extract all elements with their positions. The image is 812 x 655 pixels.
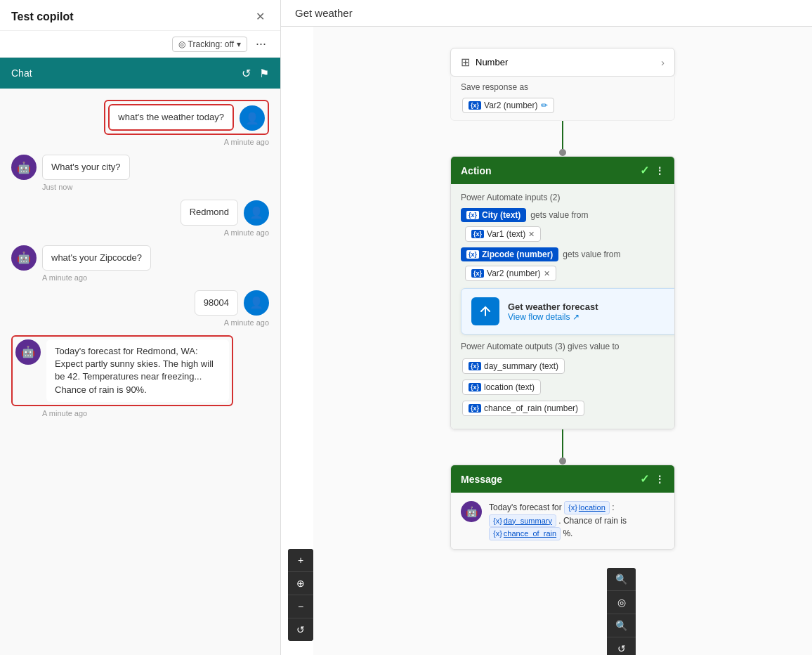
chevron-down-icon: ▾ [237,39,241,49]
flow-container: ⊞ Number › Save response as {x} Var2 (nu… [327,41,798,555]
var-brace-icon2: {x} [493,515,502,527]
chat-tab-actions: ↺ ⚑ [242,67,269,80]
flow-canvas: ⊞ Number › Save response as {x} Var2 (nu… [313,27,812,655]
day-summary-var-text: day_summary [504,515,552,527]
var-brace-icon3: {x} [493,528,502,540]
bot-avatar-4: 🤖 [11,245,37,271]
zipcode-label: {x} Zipcode (number) [461,247,558,261]
action-body: Power Automate inputs (2) {x} City (text… [451,184,674,429]
zoom-controls: + ⊕ − ↺ [288,549,313,641]
msg-line1-post: : [612,502,614,512]
var2-zip-tag[interactable]: {x} Var2 (number) ✕ [465,266,556,281]
rain-text: chance_of_rain (number) [484,403,578,413]
msg-text-2: What's your city? [51,162,121,172]
city-label: {x} City (text) [461,208,526,222]
connector-line-1 [562,121,563,149]
flow-action-title: Get weather forecast [508,301,598,312]
msg-content-3: 👤 Redmond [181,200,269,225]
user-avatar-3: 👤 [244,200,269,226]
tracking-label: Tracking: off [188,39,234,49]
chance-of-rain-var-text: chance_of_rain [504,528,556,540]
message-title: Message [461,474,502,485]
var1-close[interactable]: ✕ [528,230,535,239]
msg-text-3: Redmond [190,207,229,217]
msg-content-2: 🤖 What's your city? [11,155,130,180]
edit-icon[interactable]: ✏ [541,100,548,110]
msg-time-4: A minute ago [42,273,87,282]
var-icon-city: {x} [466,211,479,219]
message-check-icon: ✓ [640,472,649,486]
chance-of-rain-inline-var[interactable]: {x} chance_of_rain [489,527,561,540]
zoom-out-button[interactable]: − [288,595,313,618]
var2-zip-icon: {x} [471,269,484,278]
location-inline-var[interactable]: {x} location [564,501,610,514]
flow-action-info: Get weather forecast View flow details ↗ [508,301,598,322]
msg-bubble-2: What's your city? [42,155,130,180]
var2-tag[interactable]: {x} Var2 (number) ✏ [462,98,554,113]
ellipsis-icon[interactable]: ⋮ [655,165,664,176]
city-input-row: {x} City (text) gets value from [461,208,664,222]
msg-bubble-6: Today's forecast for Redmond, WA: Expect… [46,339,229,402]
rain-icon: {x} [469,404,481,413]
var1-tag[interactable]: {x} Var1 (text) ✕ [465,226,541,242]
zoom-in-btn[interactable]: 🔍 [607,568,636,591]
location-var-text: location [579,502,605,514]
action-node: Action ✓ ⋮ Power Automate inputs (2) {x} [450,156,675,429]
msg-time-1: A minute ago [224,138,269,146]
grid-icon: ⊞ [461,56,470,69]
message-4: 🤖 what's your Zipcocde? A minute ago [11,245,269,282]
save-response-label: Save response as [461,82,664,92]
refresh-icon[interactable]: ↺ [242,67,251,80]
left-header: Test copilot ✕ [0,0,280,31]
var2-close[interactable]: ✕ [544,269,550,278]
more-options-button[interactable]: ··· [253,35,269,53]
msg-bubble-1: what's the weather today? [108,104,234,131]
zoom-in-button[interactable]: + [288,549,313,572]
locate-button[interactable]: ⊕ [288,572,313,595]
output-row-3: {x} chance_of_rain (number) [461,399,664,417]
msg-time-3: A minute ago [224,228,269,237]
flow-action-icon [471,297,499,325]
save-response-section: Save response as {x} Var2 (number) ✏ [450,77,675,121]
message-ellipsis[interactable]: ⋮ [655,474,664,485]
right-header: Get weather [281,0,812,27]
history-btn[interactable]: ↺ [607,637,636,655]
city-gets-value-text: gets value from [530,210,588,220]
zipcode-input-row: {x} Zipcode (number) gets value from [461,247,664,261]
outputs-label: Power Automate outputs (3) gives value t… [461,342,664,351]
locate-btn[interactable]: ◎ [607,591,636,614]
close-button[interactable]: ✕ [251,8,269,25]
action-header-actions: ✓ ⋮ [640,164,664,177]
message-text-content: Today's forecast for {x} location : {x} … [489,501,664,540]
msg-time-6: A minute ago [42,409,87,417]
left-panel: Test copilot ✕ ◎ Tracking: off ▾ ··· Cha… [0,0,281,655]
var1-text: Var1 (text) [487,229,525,239]
action-title: Action [461,165,492,176]
zipcode-gets-value-text: gets value from [563,249,620,259]
flag-icon[interactable]: ⚑ [259,67,269,80]
msg-line2-mid: . Chance of rain is [558,516,627,526]
user-avatar-5: 👤 [244,290,269,316]
var1-icon: {x} [471,230,484,238]
chat-tab-label: Chat [11,67,32,79]
bot-avatar-2: 🤖 [11,155,37,180]
flow-action-card[interactable]: Get weather forecast View flow details ↗ [461,288,675,335]
location-tag[interactable]: {x} location (text) [462,380,541,395]
output-row-2: {x} location (text) [461,378,664,396]
view-flow-text: View flow details [508,312,570,322]
connector-dot-1 [559,149,566,156]
msg-time-2: Just now [42,183,72,191]
chance-of-rain-tag[interactable]: {x} chance_of_rain (number) [462,401,584,416]
day-summary-tag[interactable]: {x} day_summary (text) [462,358,565,374]
number-node[interactable]: ⊞ Number › [450,48,675,77]
tracking-bar: ◎ Tracking: off ▾ ··· [0,31,280,58]
view-flow-link[interactable]: View flow details ↗ [508,312,598,322]
location-icon: {x} [469,383,481,391]
msg-text-1: what's the weather today? [118,112,224,122]
day-summary-inline-var[interactable]: {x} day_summary [489,514,556,528]
history-button[interactable]: ↺ [288,618,313,641]
panel-title: Test copilot [11,11,74,23]
zoom-out-btn[interactable]: 🔍 [607,614,636,637]
msg-line1-pre: Today's forecast for [489,502,562,512]
tracking-toggle[interactable]: ◎ Tracking: off ▾ [172,37,247,52]
